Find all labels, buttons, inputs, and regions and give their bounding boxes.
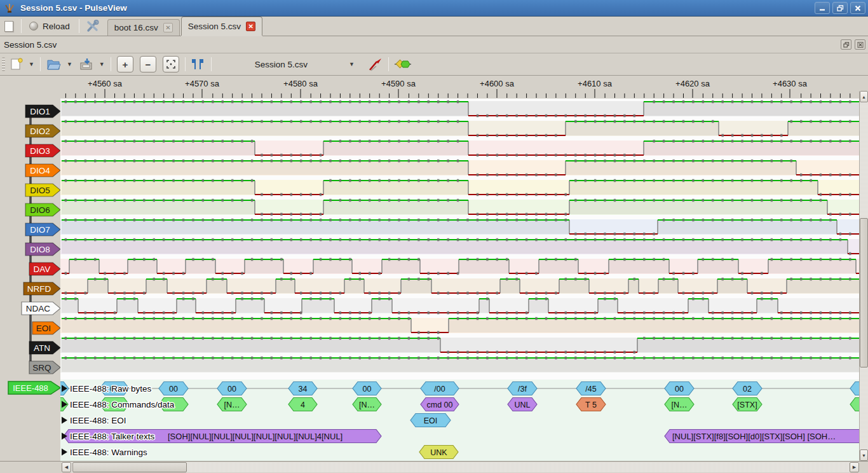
pulse-fill (658, 279, 678, 293)
pulse-fill (62, 102, 468, 116)
pulse-fill (62, 240, 848, 254)
scroll-down-button[interactable]: ▼ (860, 449, 868, 461)
channel-tag-ATN[interactable]: ATN (29, 341, 60, 354)
new-view-dropdown[interactable]: ▼ (25, 61, 37, 67)
channel-tag-label: DIO1 (30, 107, 50, 116)
horizontal-scroll-thumb[interactable] (72, 462, 187, 472)
device-combobox[interactable]: Session 5.csv ▼ (250, 60, 358, 69)
reload-button[interactable]: Reload (24, 20, 76, 33)
open-file-dropdown[interactable]: ▼ (64, 61, 76, 67)
channel-tag-DIO8[interactable]: DIO8 (25, 243, 60, 256)
vertical-scroll-thumb[interactable] (860, 218, 868, 367)
annotation-text: [N… (672, 401, 688, 409)
scroll-left-button[interactable]: ◀ (62, 462, 71, 472)
close-icon (857, 42, 864, 48)
session-float-button[interactable] (841, 39, 851, 50)
save-file-dropdown[interactable]: ▼ (96, 61, 108, 67)
pulse-fill (566, 121, 719, 135)
channel-tag-DIO4[interactable]: DIO4 (25, 164, 60, 177)
reload-label: Reload (43, 22, 70, 31)
titlebar: Session 5.csv - PulseView (0, 0, 868, 17)
channel-tag-NDAC[interactable]: NDAC (22, 302, 60, 315)
annotation-text: T 5 (585, 401, 597, 409)
float-icon (843, 42, 850, 48)
separator (185, 57, 186, 71)
close-button[interactable] (850, 2, 865, 14)
pulse-fill (658, 220, 837, 234)
zoom-out-button[interactable]: − (140, 56, 156, 72)
channel-label-panel: DIO1DIO2DIO3DIO4DIO5DIO6DIO7DIO8DAVNRFDN… (0, 99, 60, 461)
vertical-scrollbar[interactable]: ▲ ▼ (859, 91, 868, 461)
channel-tag-label: DIO6 (30, 205, 50, 215)
tools-wrench-icon[interactable] (86, 19, 100, 33)
channel-tag-DIO5[interactable]: DIO5 (25, 184, 60, 196)
pulse-fill (768, 259, 856, 273)
annotation-text: /45 (585, 385, 596, 394)
restore-button[interactable] (832, 2, 848, 14)
pulse-fill (637, 338, 859, 352)
ruler-label-6: +4620 sa (675, 79, 710, 88)
session-header: Session 5.csv (0, 36, 868, 53)
pulse-fill (62, 121, 468, 135)
channel-tag-DIO1[interactable]: DIO1 (25, 105, 60, 118)
probe-config-button[interactable] (365, 55, 386, 73)
pulse-fill (62, 181, 255, 195)
scroll-right-button[interactable]: ▶ (850, 462, 859, 472)
channel-tag-NRFD[interactable]: NRFD (24, 282, 60, 295)
tab-close-icon[interactable]: ✕ (163, 23, 173, 32)
new-session-icon[interactable] (4, 21, 13, 32)
pulse-fill (609, 259, 669, 273)
pulse-fill (566, 161, 796, 175)
session-close-button[interactable] (855, 39, 865, 50)
channel-tag-SRQ[interactable]: SRQ (29, 361, 60, 374)
ruler-label-3: +4590 sa (381, 79, 416, 88)
decoder-tag-ieee488[interactable]: IEEE-488 (8, 381, 60, 394)
tab-session5[interactable]: Session 5.csv ✕ (181, 17, 262, 36)
ruler-label-7: +4630 sa (773, 79, 807, 88)
zoom-in-button[interactable]: + (117, 56, 133, 72)
channel-tag-DAV[interactable]: DAV (29, 263, 60, 275)
pulse-fill (401, 279, 431, 293)
annotation-text: cmd 00 (427, 401, 453, 409)
channel-tag-DIO2[interactable]: DIO2 (25, 125, 60, 137)
scroll-up-button[interactable]: ▲ (860, 91, 868, 102)
channel-tag-DIO6[interactable]: DIO6 (25, 203, 60, 216)
pulse-fill (323, 141, 468, 155)
channel-tag-DIO3[interactable]: DIO3 (25, 144, 60, 157)
channel-tag-EOI[interactable]: EOI (32, 322, 60, 334)
pulse-fill (128, 259, 157, 273)
pulse-fill (449, 319, 859, 332)
tab-close-icon[interactable]: ✕ (246, 22, 255, 31)
probe-icon (368, 57, 383, 72)
channel-tag-DIO7[interactable]: DIO7 (25, 223, 60, 236)
annotation-text: 4 (301, 401, 305, 409)
cursor-flags-icon (191, 58, 206, 71)
time-ruler[interactable]: +4560 sa+4570 sa+4580 sa+4590 sa+4600 sa… (0, 76, 868, 99)
channel-tag-label: DIO8 (30, 245, 50, 254)
zoom-fit-button[interactable] (163, 56, 179, 72)
open-file-button[interactable] (43, 55, 64, 73)
horizontal-scrollbar[interactable]: ◀ ▶ (62, 462, 859, 472)
pulse-fill (62, 299, 78, 313)
restore-icon (837, 5, 844, 11)
annotation-text: /00 (434, 385, 445, 394)
waveform-canvas: 0000003400/00/3f/450002IEEE-488: Raw byt… (60, 99, 859, 461)
decoder-row-label: IEEE-488: EOI (70, 416, 126, 425)
pulse-fill (757, 299, 778, 313)
tab-boot16[interactable]: boot 16.csv ✕ (107, 19, 180, 36)
minimize-button[interactable] (815, 2, 830, 14)
save-file-button[interactable] (76, 55, 96, 73)
annotation-text: 00 (363, 385, 372, 394)
pulseview-logo-icon (4, 3, 15, 14)
add-decoder-button[interactable] (391, 55, 414, 73)
annotation-text: 00 (169, 385, 178, 394)
annotation-text: UNK (430, 448, 447, 457)
new-view-button[interactable] (8, 55, 25, 73)
toolbar-grip[interactable] (2, 57, 5, 71)
pulse-fill (598, 299, 618, 313)
channel-tag-label: NRFD (27, 284, 51, 294)
tab-label: Session 5.csv (188, 22, 241, 31)
show-cursors-button[interactable] (188, 55, 208, 73)
trace-DIO3 (62, 141, 859, 155)
waveform-area[interactable]: 0000003400/00/3f/450002IEEE-488: Raw byt… (60, 99, 859, 461)
